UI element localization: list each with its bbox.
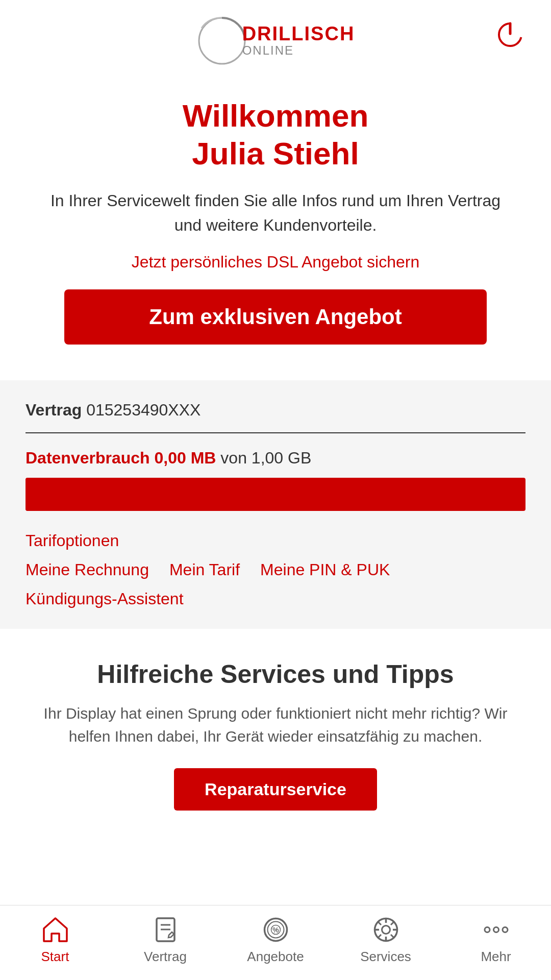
svg-line-17: [391, 935, 394, 938]
repair-button[interactable]: Reparaturservice: [174, 768, 377, 811]
contract-section: Vertrag 015253490XXX Datenverbrauch 0,00…: [0, 380, 551, 629]
more-icon: [482, 916, 510, 944]
tarif-link[interactable]: Mein Tarif: [169, 560, 240, 579]
contract-number: Vertrag 015253490XXX: [26, 401, 525, 420]
app-header: DRILLISCH ONLINE: [0, 0, 551, 77]
data-progress-bar-container: [26, 478, 525, 511]
svg-line-16: [378, 921, 381, 925]
nav-item-mehr[interactable]: Mehr: [441, 916, 551, 965]
logo-circle-icon: [196, 15, 247, 66]
logo: DRILLISCH ONLINE: [196, 15, 355, 66]
welcome-section: Willkommen Julia Stiehl In Ihrer Service…: [0, 77, 551, 360]
data-progress-bar-fill: [26, 478, 36, 511]
kuendigung-link[interactable]: Kündigungs-Assistent: [26, 590, 525, 608]
logo-online-text: ONLINE: [242, 43, 294, 58]
svg-point-22: [503, 927, 508, 933]
nav-item-services[interactable]: Services: [331, 916, 441, 965]
pin-puk-link[interactable]: Meine PIN & PUK: [260, 560, 390, 579]
offers-icon: %: [262, 916, 290, 944]
tarifoptionen-link[interactable]: Tarifoptionen: [26, 531, 525, 550]
nav-item-start[interactable]: Start: [0, 916, 110, 965]
svg-point-11: [382, 926, 390, 934]
welcome-subtitle: In Ihrer Servicewelt finden Sie alle Inf…: [41, 188, 510, 237]
svg-text:%: %: [272, 926, 279, 934]
services-icon: [372, 916, 400, 944]
services-title: Hilfreiche Services und Tipps: [31, 659, 520, 689]
home-icon: [41, 916, 69, 944]
nav-label-angebote: Angebote: [247, 949, 304, 965]
nav-label-vertrag: Vertrag: [144, 949, 187, 965]
welcome-title: Willkommen Julia Stiehl: [41, 97, 510, 173]
contract-icon: [152, 916, 180, 944]
nav-spacer: [0, 831, 551, 913]
helpful-services-section: Hilfreiche Services und Tipps Ihr Displa…: [0, 629, 551, 831]
cta-button[interactable]: Zum exklusiven Angebot: [64, 289, 487, 345]
rechnung-link[interactable]: Meine Rechnung: [26, 560, 149, 579]
dsl-link[interactable]: Jetzt persönliches DSL Angebot sichern: [41, 253, 510, 272]
svg-point-21: [493, 927, 498, 933]
contract-links-row: Meine Rechnung Mein Tarif Meine PIN & PU…: [26, 560, 525, 579]
svg-point-20: [485, 927, 490, 933]
logo-drillisch-text: DRILLISCH: [242, 24, 355, 43]
svg-line-19: [378, 935, 381, 938]
svg-line-18: [391, 921, 394, 925]
data-usage-label: Datenverbrauch 0,00 MB von 1,00 GB: [26, 449, 525, 468]
nav-label-mehr: Mehr: [481, 949, 511, 965]
services-description: Ihr Display hat einen Sprung oder funkti…: [31, 702, 520, 748]
contract-links: Tarifoptionen Meine Rechnung Mein Tarif …: [26, 531, 525, 608]
nav-label-start: Start: [41, 949, 69, 965]
power-button[interactable]: [495, 19, 525, 50]
bottom-navigation: Start Vertrag % Angebote: [0, 905, 551, 980]
nav-item-angebote[interactable]: % Angebote: [220, 916, 331, 965]
nav-item-vertrag[interactable]: Vertrag: [110, 916, 220, 965]
nav-label-services: Services: [360, 949, 411, 965]
power-icon: [495, 19, 525, 50]
logo-text: DRILLISCH ONLINE: [242, 24, 355, 58]
contract-divider: [26, 432, 525, 433]
